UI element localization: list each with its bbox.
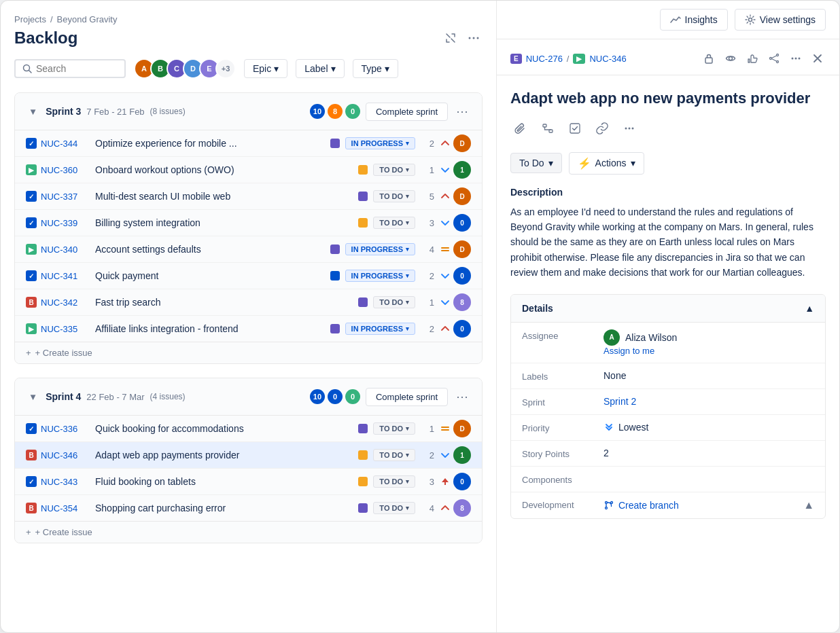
status-badge[interactable]: TO DO ▾ xyxy=(373,164,415,176)
parent-icon: E xyxy=(510,54,522,64)
page-title: Backlog xyxy=(14,29,77,48)
sprint4-badge-blue: 10 xyxy=(310,389,325,404)
status-badge[interactable]: TO DO ▾ xyxy=(373,296,415,308)
type-icon: ✓ xyxy=(26,138,37,149)
status-badge[interactable]: IN PROGRESS ▾ xyxy=(345,323,415,335)
issue-row-NUC-346[interactable]: B NUC-346 Adapt web app payments provide… xyxy=(15,442,482,469)
priority-row: Priority Lowest xyxy=(511,415,825,441)
child-icon[interactable] xyxy=(538,118,558,139)
development-row: Development Create branch ▲ xyxy=(511,492,825,518)
parent-link[interactable]: NUC-276 xyxy=(526,54,563,64)
create-branch-text[interactable]: Create branch xyxy=(618,500,679,511)
sprint4-more-button[interactable]: ⋯ xyxy=(453,386,471,407)
close-icon[interactable] xyxy=(809,50,826,67)
sprint4-collapse-icon[interactable]: ▼ xyxy=(26,389,40,405)
description-heading: Description xyxy=(510,187,826,198)
thumbs-up-icon[interactable] xyxy=(744,50,760,67)
link-icon[interactable] xyxy=(592,118,612,139)
components-row: Components xyxy=(511,467,825,492)
create-branch-link[interactable]: Create branch xyxy=(603,500,679,511)
sprint-value[interactable]: Sprint 2 xyxy=(603,396,814,407)
svg-point-10 xyxy=(729,57,733,60)
issue-row-NUC-336[interactable]: ✓ NUC-336 Quick booking for accommodatio… xyxy=(15,416,482,442)
lowest-priority-icon xyxy=(603,422,614,433)
type-icon: ✓ xyxy=(26,191,37,202)
avatar-group: A B C D E +3 xyxy=(134,58,236,79)
issue-avatar: 0 xyxy=(453,267,471,285)
status-badge[interactable]: IN PROGRESS ▾ xyxy=(345,270,415,282)
status-badge[interactable]: TO DO ▾ xyxy=(373,449,415,461)
status-badge[interactable]: TO DO ▾ xyxy=(373,422,415,435)
status-badge[interactable]: TO DO ▾ xyxy=(373,502,415,514)
more-options-icon[interactable] xyxy=(465,29,483,47)
attach-icon[interactable] xyxy=(510,118,531,139)
type-icon: ▶ xyxy=(26,323,37,334)
label-filter[interactable]: Label ▾ xyxy=(296,59,344,78)
sprint3-collapse-icon[interactable]: ▼ xyxy=(26,104,40,120)
issue-points: 1 xyxy=(421,165,434,175)
assign-me-link[interactable]: Assign to me xyxy=(603,346,814,356)
svg-point-2 xyxy=(477,37,479,39)
issue-row-NUC-342[interactable]: B NUC-342 Fast trip search TO DO ▾ 1 8 xyxy=(15,289,482,316)
issue-row-NUC-337[interactable]: ✓ NUC-337 Multi-dest search UI mobile we… xyxy=(15,183,482,210)
checklist-icon[interactable] xyxy=(565,118,585,139)
status-dropdown[interactable]: To Do ▾ xyxy=(510,153,562,173)
watch-icon[interactable] xyxy=(722,50,739,67)
sprint-row: Sprint Sprint 2 xyxy=(511,389,825,415)
epic-color xyxy=(358,424,368,433)
issue-row-NUC-341[interactable]: ✓ NUC-341 Quick payment IN PROGRESS ▾ 2 … xyxy=(15,263,482,289)
expand-icon[interactable] xyxy=(442,29,459,47)
issue-summary: Affiliate links integration - frontend xyxy=(95,323,325,334)
sprint3-create-issue[interactable]: + + Create issue xyxy=(15,342,482,363)
issue-row-NUC-335[interactable]: ▶ NUC-335 Affiliate links integration - … xyxy=(15,316,482,342)
issue-row-NUC-343[interactable]: ✓ NUC-343 Fluid booking on tablets TO DO… xyxy=(15,469,482,495)
more-detail-icon[interactable] xyxy=(788,50,804,67)
sprint3-complete-button[interactable]: Complete sprint xyxy=(366,103,448,121)
issue-avatar: D xyxy=(453,187,471,205)
sprint3-more-button[interactable]: ⋯ xyxy=(453,101,471,122)
issue-key: NUC-336 xyxy=(41,424,90,434)
sprint4-create-issue[interactable]: + + Create issue xyxy=(15,521,482,543)
avatar-count[interactable]: +3 xyxy=(215,58,236,79)
priority-icon xyxy=(440,244,451,255)
type-filter[interactable]: Type ▾ xyxy=(353,59,398,78)
epic-color xyxy=(330,139,340,148)
lock-icon[interactable] xyxy=(701,50,717,67)
breadcrumb-projects[interactable]: Projects xyxy=(14,14,46,24)
status-badge[interactable]: TO DO ▾ xyxy=(373,217,415,229)
issue-row-NUC-339[interactable]: ✓ NUC-339 Billing system integration TO … xyxy=(15,210,482,236)
sprint4-date: 22 Feb - 7 Mar xyxy=(86,392,144,402)
issue-avatar: 1 xyxy=(453,161,471,179)
issue-avatar: D xyxy=(453,240,471,258)
view-settings-button[interactable]: View settings xyxy=(735,9,826,31)
insights-button[interactable]: Insights xyxy=(660,9,728,31)
search-input[interactable] xyxy=(36,63,118,74)
share-icon[interactable] xyxy=(766,50,782,67)
issue-summary: Adapt web app payments provider xyxy=(95,450,353,460)
type-icon: ✓ xyxy=(26,270,37,281)
issue-summary: Fast trip search xyxy=(95,297,353,308)
priority-icon xyxy=(440,164,451,175)
issue-row-NUC-354[interactable]: B NUC-354 Shopping cart purchasing error… xyxy=(15,495,482,521)
epic-filter[interactable]: Epic ▾ xyxy=(244,59,287,78)
status-badge[interactable]: TO DO ▾ xyxy=(373,190,415,202)
sprint3-block: ▼ Sprint 3 7 Feb - 21 Feb (8 issues) 10 … xyxy=(14,92,483,364)
issue-key: NUC-360 xyxy=(41,165,90,175)
details-header[interactable]: Details ▲ xyxy=(511,295,825,323)
breadcrumb-project[interactable]: Beyond Gravity xyxy=(57,14,118,24)
epic-color xyxy=(330,245,340,254)
status-badge[interactable]: TO DO ▾ xyxy=(373,475,415,488)
current-link[interactable]: NUC-346 xyxy=(589,54,626,64)
status-badge[interactable]: IN PROGRESS ▾ xyxy=(345,137,415,149)
actions-dropdown[interactable]: ⚡ Actions ▾ xyxy=(569,152,644,175)
priority-icon xyxy=(440,297,451,308)
sprint4-complete-button[interactable]: Complete sprint xyxy=(366,388,448,406)
status-badge[interactable]: IN PROGRESS ▾ xyxy=(345,243,415,255)
detail-header: E NUC-276 / ▶ NUC-346 xyxy=(497,39,839,75)
more-tools-icon[interactable] xyxy=(619,118,640,139)
issue-row-NUC-344[interactable]: ✓ NUC-344 Optimize experience for mobile… xyxy=(15,130,482,157)
issue-row-NUC-360[interactable]: ▶ NUC-360 Onboard workout options (OWO) … xyxy=(15,157,482,183)
issue-row-NUC-340[interactable]: ▶ NUC-340 Account settings defaults IN P… xyxy=(15,236,482,263)
svg-point-21 xyxy=(629,127,631,129)
epic-color xyxy=(330,271,340,281)
